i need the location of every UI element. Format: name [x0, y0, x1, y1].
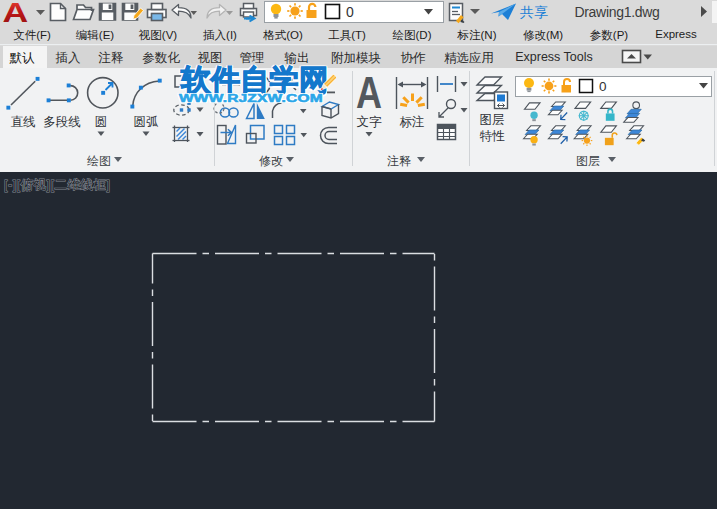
- svg-text:0: 0: [346, 4, 354, 20]
- svg-text:标注: 标注: [400, 115, 425, 129]
- svg-text:A: A: [356, 68, 382, 118]
- svg-text:特性: 特性: [480, 129, 506, 143]
- svg-text:圆: 圆: [95, 115, 108, 129]
- svg-text:图层: 图层: [480, 113, 505, 127]
- svg-text:多段线: 多段线: [43, 115, 81, 129]
- svg-text:A: A: [3, 0, 29, 24]
- svg-text:Drawing1.dwg: Drawing1.dwg: [574, 4, 659, 20]
- svg-text:0: 0: [599, 79, 607, 94]
- svg-text:文字: 文字: [357, 115, 383, 129]
- svg-text:共享: 共享: [520, 4, 548, 20]
- svg-text:圆弧: 圆弧: [134, 115, 160, 129]
- svg-text:直线: 直线: [11, 115, 36, 129]
